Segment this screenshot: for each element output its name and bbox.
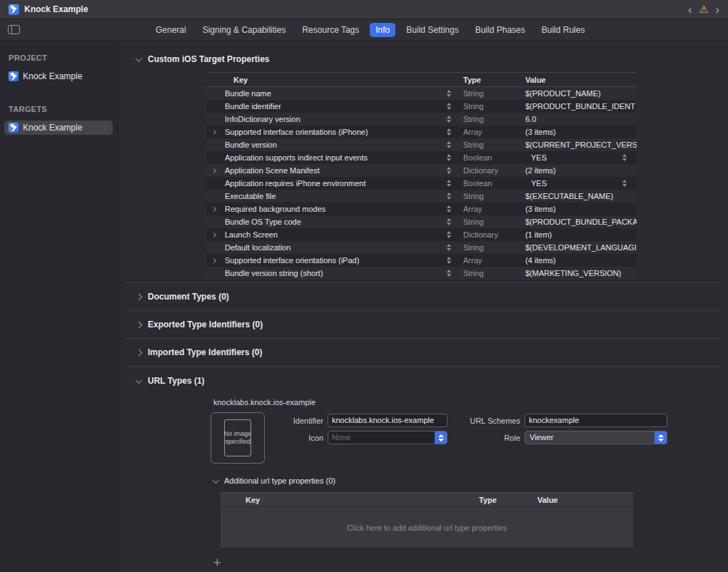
- key-stepper-icon[interactable]: [446, 166, 453, 175]
- value-stepper-icon[interactable]: [622, 179, 628, 188]
- property-key: Bundle version: [225, 141, 446, 149]
- property-row[interactable]: Default localizationString$(DEVELOPMENT_…: [206, 241, 637, 254]
- key-stepper-icon[interactable]: [446, 115, 453, 124]
- section-exported-type-identifiers[interactable]: Exported Type Identifiers (0): [126, 310, 721, 338]
- property-key: Required background modes: [225, 205, 446, 213]
- property-type: Array: [463, 256, 525, 265]
- property-value: $(DEVELOPMENT_LANGUAGI: [525, 243, 637, 252]
- property-key: InfoDictionary version: [225, 115, 446, 123]
- chevron-right-icon[interactable]: [206, 228, 225, 241]
- additional-url-properties-header[interactable]: Additional url type properties (0): [213, 476, 721, 485]
- section-imported-type-identifiers[interactable]: Imported Type Identifiers (0): [126, 338, 721, 366]
- sidebar-item-project[interactable]: Knock Example: [4, 69, 113, 83]
- property-key: Launch Screen: [225, 230, 446, 239]
- property-row[interactable]: Supported interface orientations (iPad)A…: [206, 254, 637, 267]
- chevron-right-icon[interactable]: [206, 254, 225, 267]
- key-stepper-icon[interactable]: [446, 89, 453, 98]
- key-stepper-icon[interactable]: [446, 153, 453, 163]
- chevron-right-icon[interactable]: [206, 164, 225, 177]
- key-stepper-icon[interactable]: [446, 256, 453, 265]
- tab-build-settings[interactable]: Build Settings: [400, 23, 464, 37]
- role-dropdown[interactable]: Viewer: [525, 431, 667, 444]
- property-key: Supported interface orientations (iPad): [225, 256, 446, 265]
- property-row[interactable]: Bundle nameString$(PRODUCT_NAME): [206, 87, 637, 100]
- property-row[interactable]: InfoDictionary versionString6.0: [206, 113, 637, 126]
- row-indent: [206, 151, 225, 164]
- boolean-value: YES: [531, 179, 547, 188]
- back-icon[interactable]: ‹: [688, 4, 692, 16]
- row-indent: [206, 87, 225, 100]
- forward-icon[interactable]: ›: [715, 4, 719, 16]
- property-type: String: [463, 141, 525, 149]
- editor-tab-bar: GeneralSigning & CapabilitiesResource Ta…: [0, 19, 728, 41]
- row-indent: [206, 100, 225, 113]
- tab-build-phases[interactable]: Build Phases: [470, 23, 531, 37]
- target-item-label: Knock Example: [23, 123, 82, 133]
- property-row[interactable]: Supported interface orientations (iPhone…: [206, 126, 637, 138]
- column-header-value: Value: [525, 76, 546, 84]
- chevron-right-icon: [136, 349, 143, 356]
- key-stepper-icon[interactable]: [446, 128, 453, 137]
- dropdown-arrows-icon: [658, 434, 664, 441]
- property-value: (4 items): [525, 256, 637, 265]
- add-url-type-button[interactable]: +: [209, 555, 226, 571]
- dropdown-cap[interactable]: [435, 431, 447, 444]
- key-stepper-icon[interactable]: [446, 205, 453, 214]
- property-row[interactable]: Bundle identifierString$(PRODUCT_BUNDLE_…: [206, 100, 637, 113]
- key-stepper-icon[interactable]: [446, 269, 453, 278]
- property-row[interactable]: Required background modesArray(3 items): [206, 203, 637, 215]
- key-stepper-icon[interactable]: [446, 179, 453, 188]
- column-header-key: Key: [246, 496, 479, 504]
- url-types-header[interactable]: URL Types (1): [126, 375, 721, 387]
- property-value: (3 items): [525, 205, 637, 213]
- tab-info[interactable]: Info: [370, 23, 395, 37]
- key-stepper-icon[interactable]: [446, 243, 453, 252]
- url-type-image-well[interactable]: No image specified: [211, 412, 265, 464]
- property-type: String: [463, 192, 525, 200]
- chevron-down-icon: [136, 377, 143, 384]
- tab-resource-tags[interactable]: Resource Tags: [296, 23, 365, 37]
- section-document-types[interactable]: Document Types (0): [126, 282, 721, 310]
- url-schemes-field[interactable]: knockexample: [525, 414, 667, 427]
- section-title: Document Types (0): [148, 292, 229, 302]
- property-type: Boolean: [463, 179, 525, 188]
- tab-signing-capabilities[interactable]: Signing & Capabilities: [197, 23, 292, 37]
- sidebar-toggle-icon[interactable]: [8, 25, 20, 34]
- chevron-right-icon[interactable]: [206, 126, 225, 138]
- tab-build-rules[interactable]: Build Rules: [536, 23, 591, 37]
- key-stepper-icon[interactable]: [446, 192, 453, 201]
- property-type: Array: [463, 128, 525, 136]
- property-value[interactable]: YES: [525, 179, 637, 188]
- warning-icon[interactable]: ⚠: [699, 4, 709, 14]
- icon-dropdown[interactable]: None: [328, 431, 448, 444]
- property-row[interactable]: Application requires iPhone environmentB…: [206, 177, 637, 190]
- identifier-field[interactable]: knocklabs.knock.ios-example: [328, 414, 448, 427]
- key-stepper-icon[interactable]: [446, 230, 453, 240]
- section-custom-ios-target-properties[interactable]: Custom iOS Target Properties: [126, 52, 721, 66]
- property-row[interactable]: Executable fileString$(EXECUTABLE_NAME): [206, 190, 637, 203]
- property-row[interactable]: Application Scene ManifestDictionary(2 i…: [206, 164, 637, 177]
- property-row[interactable]: Launch ScreenDictionary(1 item): [206, 228, 637, 241]
- property-value: (1 item): [525, 230, 637, 239]
- property-type: String: [463, 115, 525, 123]
- key-stepper-icon[interactable]: [446, 218, 453, 227]
- row-indent: [206, 190, 225, 203]
- section-title: Imported Type Identifiers (0): [148, 347, 262, 357]
- property-row[interactable]: Bundle version string (short)String$(MAR…: [206, 267, 637, 280]
- empty-table-hint: Click here to add additional url type pr…: [347, 524, 507, 532]
- dropdown-cap[interactable]: [654, 431, 667, 444]
- property-row[interactable]: Bundle OS Type codeString$(PRODUCT_BUNDL…: [206, 215, 637, 228]
- property-row[interactable]: Application supports indirect input even…: [206, 151, 637, 164]
- property-row[interactable]: Bundle versionString$(CURRENT_PROJECT_VE…: [206, 138, 637, 151]
- chevron-right-icon[interactable]: [206, 203, 225, 215]
- properties-table-rows: Bundle nameString$(PRODUCT_NAME)Bundle i…: [206, 87, 637, 280]
- tab-strip: GeneralSigning & CapabilitiesResource Ta…: [150, 23, 590, 37]
- xcode-project-icon: [9, 4, 19, 15]
- tab-general[interactable]: General: [150, 23, 192, 37]
- key-stepper-icon[interactable]: [446, 141, 453, 150]
- additional-table-empty-row[interactable]: Click here to add additional url type pr…: [221, 507, 633, 548]
- sidebar-item-target[interactable]: Knock Example: [4, 121, 113, 135]
- value-stepper-icon[interactable]: [622, 153, 628, 163]
- key-stepper-icon[interactable]: [446, 102, 453, 111]
- property-value[interactable]: YES: [525, 153, 637, 163]
